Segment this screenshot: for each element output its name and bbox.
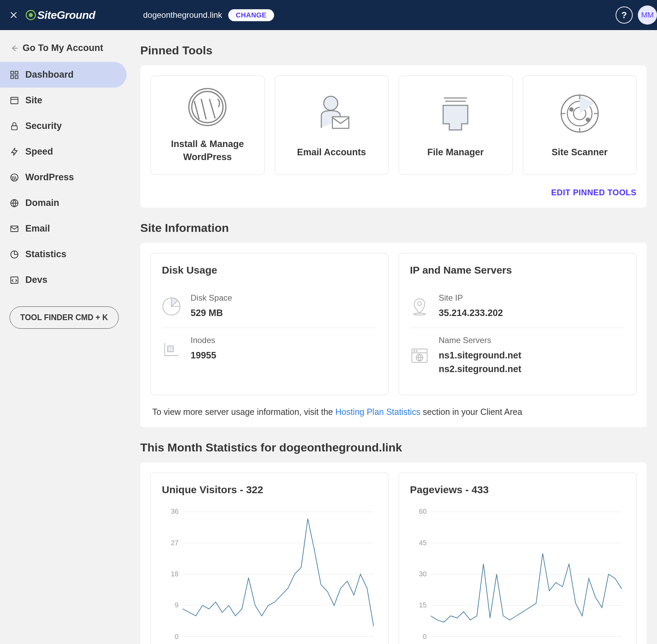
- current-domain: dogeontheground.link: [143, 10, 222, 20]
- disk-usage-panel: Disk Usage Disk Space 529 MB: [151, 253, 388, 395]
- disk-space-row: Disk Space 529 MB: [162, 286, 377, 328]
- top-bar: SiteGround dogeontheground.link CHANGE ?…: [0, 0, 657, 30]
- sidebar-item-label: Security: [25, 121, 62, 131]
- svg-rect-10: [11, 277, 18, 283]
- pinned-tools-title: Pinned Tools: [140, 44, 647, 57]
- site-icon: [10, 96, 19, 105]
- edit-pinned-tools-link[interactable]: EDIT PINNED TOOLS: [151, 188, 636, 197]
- tool-finder-button[interactable]: TOOL FINDER CMD + K: [10, 306, 119, 329]
- svg-text:45: 45: [419, 539, 427, 546]
- pinned-tile-filemanager[interactable]: File Manager: [399, 76, 513, 175]
- svg-rect-2: [11, 76, 14, 78]
- svg-rect-4: [11, 97, 18, 104]
- inodes-value: 19955: [191, 349, 216, 363]
- logo-icon: [26, 10, 36, 20]
- sidebar-item-speed[interactable]: Speed: [0, 139, 127, 165]
- server-usage-note: To view more server usage information, v…: [151, 395, 636, 417]
- wordpress-tile-icon: [185, 87, 230, 128]
- sidebar-item-security[interactable]: Security: [0, 113, 127, 139]
- hosting-plan-stats-link[interactable]: Hosting Plan Statistics: [335, 407, 421, 417]
- logo-text: SiteGround: [37, 9, 95, 22]
- back-label: Go To My Account: [23, 43, 103, 53]
- filemanager-tile-icon: [433, 91, 478, 136]
- tile-label: Install & Manage WordPress: [158, 138, 257, 164]
- change-domain-button[interactable]: CHANGE: [228, 9, 274, 21]
- sidebar-item-label: Domain: [25, 198, 59, 208]
- svg-rect-22: [168, 346, 173, 352]
- avatar[interactable]: MM: [638, 5, 657, 25]
- globe-icon: [10, 198, 19, 208]
- svg-text:36: 36: [171, 508, 179, 515]
- unique-visitors-title: Unique Visitors - 322: [162, 484, 377, 496]
- main-content: Pinned Tools Install & Manage WordPress …: [130, 30, 657, 644]
- svg-point-19: [586, 118, 590, 121]
- svg-point-20: [570, 108, 573, 111]
- pageviews-chart: Pageviews - 433 015304560: [399, 473, 636, 644]
- svg-point-13: [324, 96, 338, 110]
- inodes-label: Inodes: [191, 336, 216, 345]
- sidebar: Go To My Account Dashboard Site Security…: [0, 30, 130, 644]
- svg-text:60: 60: [419, 508, 427, 515]
- sidebar-item-label: Speed: [25, 146, 53, 157]
- lock-icon: [10, 121, 19, 131]
- email-icon: [10, 224, 19, 234]
- pinned-tile-sitescanner[interactable]: Site Scanner: [523, 76, 637, 175]
- sidebar-item-label: Devs: [25, 275, 48, 285]
- site-info-card: Disk Usage Disk Space 529 MB: [140, 243, 647, 427]
- wordpress-icon: [10, 173, 19, 182]
- nameservers-label: Name Servers: [439, 336, 521, 345]
- sidebar-item-label: Statistics: [25, 249, 66, 260]
- sidebar-item-label: Email: [25, 223, 50, 234]
- svg-rect-3: [15, 76, 18, 78]
- sidebar-item-devs[interactable]: Devs: [0, 267, 127, 293]
- svg-text:9: 9: [175, 601, 178, 609]
- sidebar-item-dashboard[interactable]: Dashboard: [0, 62, 127, 88]
- svg-rect-1: [15, 71, 18, 74]
- svg-text:30: 30: [419, 570, 427, 578]
- avatar-initials: MM: [641, 11, 654, 19]
- unique-visitors-chart: Unique Visitors - 322 09182736: [151, 473, 388, 644]
- disk-space-label: Disk Space: [191, 293, 232, 303]
- disk-usage-title: Disk Usage: [162, 264, 377, 276]
- pie-icon: [162, 297, 181, 316]
- logo[interactable]: SiteGround: [26, 9, 95, 22]
- pinned-tools-card: Install & Manage WordPress Email Account…: [140, 65, 647, 208]
- svg-rect-5: [12, 126, 17, 130]
- nameservers-row: Name Servers ns1.siteground.net ns2.site…: [410, 328, 625, 384]
- inodes-row: Inodes 19955: [162, 328, 377, 370]
- svg-text:0: 0: [175, 632, 178, 640]
- close-button[interactable]: [7, 8, 21, 22]
- line-chart: 09182736: [162, 502, 377, 644]
- help-button[interactable]: ?: [616, 6, 633, 24]
- tool-finder-label: TOOL FINDER CMD + K: [20, 313, 108, 322]
- sidebar-item-domain[interactable]: Domain: [0, 190, 127, 216]
- sidebar-item-label: WordPress: [25, 172, 74, 183]
- help-icon: ?: [621, 10, 627, 21]
- sidebar-item-statistics[interactable]: Statistics: [0, 241, 127, 267]
- svg-point-24: [414, 313, 425, 315]
- svg-text:15: 15: [419, 601, 427, 609]
- pinned-tile-wordpress[interactable]: Install & Manage WordPress: [151, 76, 265, 175]
- svg-point-27: [416, 351, 417, 352]
- svg-rect-14: [332, 117, 349, 129]
- ip-ns-panel: IP and Name Servers Site IP 35.214.233.2…: [399, 253, 636, 395]
- sidebar-item-label: Dashboard: [25, 69, 74, 80]
- month-stats-card: Unique Visitors - 322 09182736 Pageviews…: [140, 462, 647, 644]
- svg-point-26: [414, 351, 415, 352]
- dashboard-icon: [10, 70, 19, 80]
- nameservers-value: ns1.siteground.net ns2.siteground.net: [439, 349, 521, 376]
- back-to-account-link[interactable]: Go To My Account: [0, 39, 130, 62]
- sidebar-item-wordpress[interactable]: WordPress: [0, 165, 127, 190]
- speed-icon: [10, 147, 19, 157]
- disk-space-value: 529 MB: [191, 306, 232, 320]
- sidebar-item-email[interactable]: Email: [0, 216, 127, 241]
- pageviews-title: Pageviews - 433: [410, 484, 625, 496]
- sidebar-item-site[interactable]: Site: [0, 88, 127, 113]
- nameservers-icon: [410, 346, 429, 365]
- site-ip-row: Site IP 35.214.233.202: [410, 286, 625, 328]
- tile-label: Email Accounts: [297, 146, 366, 159]
- line-chart: 015304560: [410, 502, 625, 644]
- pinned-tile-email[interactable]: Email Accounts: [275, 76, 389, 175]
- ip-ns-title: IP and Name Servers: [410, 264, 625, 276]
- svg-text:0: 0: [423, 632, 426, 640]
